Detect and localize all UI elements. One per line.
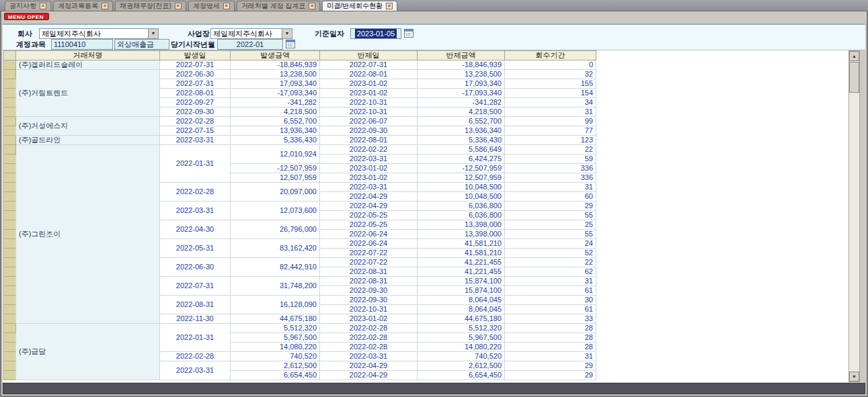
calendar-icon[interactable] — [286, 40, 295, 48]
occur-amount-cell[interactable]: 5,336,430 — [231, 136, 320, 145]
settle-date-cell[interactable]: 2022-03-31 — [320, 155, 418, 164]
settle-amount-cell[interactable]: 8,064,045 — [418, 296, 505, 305]
row-indicator-cell[interactable] — [4, 60, 16, 70]
settle-date-cell[interactable]: 2022-07-22 — [320, 249, 418, 258]
settle-amount-cell[interactable]: 41,581,210 — [418, 239, 505, 249]
period-cell[interactable]: 52 — [505, 249, 596, 258]
occur-amount-cell[interactable]: 13,936,340 — [231, 126, 320, 136]
settle-amount-cell[interactable]: -17,093,340 — [418, 89, 505, 98]
scroll-up-icon[interactable]: ▲ — [849, 51, 859, 61]
period-cell[interactable]: 59 — [505, 155, 596, 164]
period-cell[interactable]: 154 — [505, 89, 596, 98]
settle-amount-cell[interactable]: 17,093,340 — [418, 79, 505, 89]
chevron-down-icon[interactable]: ▼ — [148, 29, 158, 38]
column-header[interactable]: 회수기간 — [505, 51, 596, 60]
occur-amount-cell[interactable]: 20,097,000 — [231, 183, 320, 202]
row-indicator-cell[interactable] — [4, 192, 16, 202]
settle-amount-cell[interactable]: 44,675,180 — [418, 314, 505, 324]
account-code-input[interactable]: 11100410 — [51, 39, 113, 50]
period-cell[interactable]: 28 — [505, 333, 596, 343]
settle-amount-cell[interactable]: 41,221,455 — [418, 267, 505, 277]
occur-amount-cell[interactable]: -18,846,939 — [231, 60, 320, 70]
settle-date-cell[interactable]: 2022-07-22 — [320, 258, 418, 267]
customer-name-cell[interactable]: (주)거림트렌드 — [16, 70, 160, 117]
customer-name-cell[interactable]: (주)겔러리드슬레이 — [16, 60, 160, 70]
vertical-scroll-thumb[interactable] — [849, 62, 859, 93]
row-indicator-cell[interactable] — [4, 267, 16, 277]
tab-close-icon[interactable]: × — [40, 3, 46, 9]
occur-amount-cell[interactable]: 6,552,700 — [231, 117, 320, 126]
row-indicator-cell[interactable] — [4, 361, 16, 371]
occur-date-cell[interactable]: 2022-09-30 — [160, 107, 231, 117]
settle-date-cell[interactable]: 2022-06-24 — [320, 230, 418, 239]
occur-date-cell[interactable]: 2022-03-31 — [160, 136, 231, 145]
occur-date-cell[interactable]: 2022-01-31 — [160, 145, 231, 183]
tab-close-icon[interactable]: × — [102, 3, 108, 9]
row-indicator-cell[interactable] — [4, 155, 16, 164]
row-indicator-cell[interactable] — [4, 296, 16, 305]
period-cell[interactable]: 77 — [505, 126, 596, 136]
row-indicator-cell[interactable] — [4, 136, 16, 145]
occur-date-cell[interactable]: 2022-04-30 — [160, 220, 231, 239]
row-indicator-cell[interactable] — [4, 239, 16, 249]
occur-amount-cell[interactable]: 5,967,500 — [231, 333, 320, 343]
period-cell[interactable]: 99 — [505, 117, 596, 126]
settle-amount-cell[interactable]: 5,512,320 — [418, 324, 505, 333]
settle-amount-cell[interactable]: 8,064,045 — [418, 305, 505, 314]
settle-amount-cell[interactable]: 6,424,275 — [418, 155, 505, 164]
period-cell[interactable]: 29 — [505, 361, 596, 371]
occur-amount-cell[interactable]: 2,612,500 — [231, 361, 320, 371]
column-header[interactable]: 반제일 — [320, 51, 418, 60]
calendar-icon[interactable] — [404, 29, 413, 38]
row-indicator-cell[interactable] — [4, 164, 16, 173]
period-cell[interactable]: 22 — [505, 145, 596, 155]
occur-amount-cell[interactable]: 26,796,000 — [231, 220, 320, 239]
period-cell[interactable]: 55 — [505, 211, 596, 220]
settle-amount-cell[interactable]: 10,048,500 — [418, 192, 505, 202]
settle-date-cell[interactable]: 2022-09-30 — [320, 286, 418, 296]
occur-date-cell[interactable]: 2022-02-28 — [160, 352, 231, 361]
row-indicator-cell[interactable] — [4, 220, 16, 230]
settle-date-cell[interactable]: 2022-03-31 — [320, 183, 418, 192]
row-indicator-cell[interactable] — [4, 258, 16, 267]
settle-date-cell[interactable]: 2022-06-24 — [320, 239, 418, 249]
period-cell[interactable]: 60 — [505, 192, 596, 202]
occur-amount-cell[interactable]: -341,282 — [231, 98, 320, 107]
period-cell[interactable]: 33 — [505, 314, 596, 324]
occur-amount-cell[interactable]: 31,748,200 — [231, 277, 320, 296]
row-indicator-cell[interactable] — [4, 79, 16, 89]
settle-amount-cell[interactable]: 10,048,500 — [418, 183, 505, 192]
occur-date-cell[interactable]: 2022-03-31 — [160, 202, 231, 220]
period-cell[interactable]: 32 — [505, 70, 596, 79]
occur-amount-cell[interactable]: 14,080,220 — [231, 343, 320, 352]
settle-date-cell[interactable]: 2022-09-30 — [320, 296, 418, 305]
chevron-down-icon[interactable]: ▼ — [282, 29, 292, 38]
period-cell[interactable]: 61 — [505, 286, 596, 296]
tab-close-icon[interactable]: × — [175, 3, 182, 9]
occur-amount-cell[interactable]: 4,218,500 — [231, 107, 320, 117]
occur-amount-cell[interactable]: -12,507,959 — [231, 164, 320, 173]
row-indicator-cell[interactable] — [4, 314, 16, 324]
period-cell[interactable]: 29 — [505, 371, 596, 380]
occur-amount-cell[interactable]: 5,512,320 — [231, 324, 320, 333]
occur-amount-cell[interactable]: 83,162,420 — [231, 239, 320, 258]
occur-date-cell[interactable]: 2022-01-31 — [160, 324, 231, 352]
row-indicator-cell[interactable] — [4, 98, 16, 107]
company-select[interactable]: 제일제지주식회사 ▼ — [39, 28, 159, 39]
occur-amount-cell[interactable]: 82,442,910 — [231, 258, 320, 277]
settle-date-cell[interactable]: 2023-01-02 — [320, 89, 418, 98]
period-cell[interactable]: 25 — [505, 220, 596, 230]
column-header[interactable]: 반제금액 — [418, 51, 505, 60]
settle-date-cell[interactable]: 2022-07-31 — [320, 60, 418, 70]
settle-date-cell[interactable]: 2022-02-22 — [320, 145, 418, 155]
row-indicator-cell[interactable] — [4, 371, 16, 380]
settle-date-cell[interactable]: 2022-08-31 — [320, 277, 418, 286]
base-date-input[interactable]: 2023-01-05 — [350, 28, 401, 39]
settle-date-cell[interactable]: 2022-04-29 — [320, 361, 418, 371]
settle-date-cell[interactable]: 2022-02-28 — [320, 324, 418, 333]
row-indicator-cell[interactable] — [4, 145, 16, 155]
row-indicator-cell[interactable] — [4, 107, 16, 117]
settle-date-cell[interactable]: 2022-10-31 — [320, 305, 418, 314]
tab-close-icon[interactable]: × — [309, 3, 315, 9]
period-cell[interactable]: 29 — [505, 202, 596, 211]
